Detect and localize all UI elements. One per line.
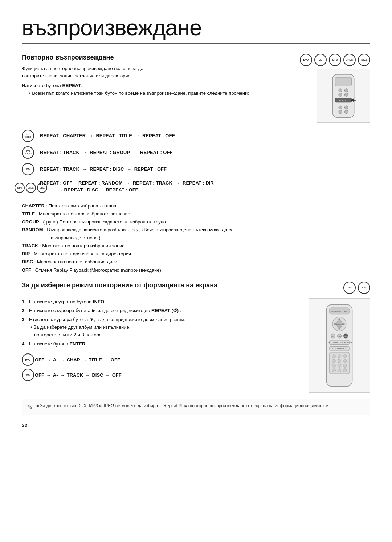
bottom-row-dvd: DVD OFF → A- → CHAP → TITLE → OFF — [22, 353, 301, 366]
step-1: 1. Натиснете двукратно бутона INFO. — [22, 298, 301, 306]
svg-point-42 — [343, 364, 347, 367]
repeat-row-icon-dvd-audio: DVDAUDIO — [22, 146, 40, 159]
section2-title: За да изберете режим повторение от форма… — [22, 282, 217, 289]
svg-text:ENTER: ENTER — [336, 323, 343, 325]
definitions: CHAPTER : Повтаря само избраната глава. … — [22, 202, 370, 274]
section2-steps: 1. Натиснете двукратно бутона INFO. 2. Н… — [22, 298, 301, 348]
disc-icon-mp3-seq: MP3 — [15, 183, 25, 193]
repeat-row-dvd-video: DVDVIDEO REPEAT : CHAPTER → REPEAT : TIT… — [22, 129, 370, 142]
section1-intro: Функцията за повторно възпроизвеждане по… — [22, 65, 300, 79]
step-2: 2. Натиснете с курсора бутона ▶, за да с… — [22, 307, 301, 315]
repeat-row-text-dvd-video: REPEAT : CHAPTER → REPEAT : TITLE → REPE… — [40, 132, 175, 140]
svg-point-41 — [338, 364, 341, 367]
repeat-row-mp3-jpeg-divx: MP3 JPEG DivX REPEAT : OFF →REPEAT : RAN… — [22, 179, 370, 196]
note-icon: ✎ — [27, 403, 33, 411]
disc-icon-dvd-s2: DVD — [343, 282, 356, 294]
disc-icon-jpeg-seq: JPEG — [26, 183, 36, 193]
repeat-row-text-cd: REPEAT : TRACK → REPEAT : DISC → REPEAT … — [40, 166, 167, 173]
svg-text:MENU   RETURN: MENU RETURN — [331, 310, 347, 312]
def-group: GROUP : (група) Повтаря възпроизвежданет… — [22, 218, 370, 226]
svg-point-10 — [339, 110, 342, 113]
section1-header: Повторно възпроизвеждане Функцията за по… — [22, 54, 370, 123]
disc-icon-cd: CD — [314, 54, 327, 66]
repeat-row-dvd-audio: DVDAUDIO REPEAT : TRACK → REPEAT : GROUP… — [22, 146, 370, 159]
page-main-title: възпроизвеждане — [22, 15, 370, 44]
def-random: RANDOM : Възпроизвежда записите в разбър… — [22, 226, 370, 234]
section2-header: За да изберете режим повторение от форма… — [22, 282, 370, 294]
bottom-row-text-cd: OFF → A- → TRACK → DISC → OFF — [35, 372, 122, 378]
disc-icons-top: DVD CD MP3 JPEG DivX — [300, 54, 370, 66]
def-title: TITLE : Многократно повтаря избраното за… — [22, 210, 370, 218]
svg-point-44 — [338, 368, 341, 372]
svg-point-8 — [339, 106, 342, 109]
svg-point-36 — [343, 354, 347, 357]
def-dir: DIR : Многократно повтаря избраната дире… — [22, 250, 370, 258]
def-disc: DISC : Многократно повтаря избрания диск… — [22, 258, 370, 266]
disc-icon-jpeg: JPEG — [343, 54, 356, 66]
svg-point-4 — [339, 93, 342, 96]
remote-image-2: MENU RETURN ENTER VOL CH I — [309, 298, 370, 393]
repeat-row-text-dvd-audio: REPEAT : TRACK → REPEAT : GROUP → REPEAT… — [40, 149, 172, 157]
section1-header-left: Повторно възпроизвеждане Функцията за по… — [22, 54, 300, 97]
repeat-sub-row-mp3: → REPEAT : DISC → REPEAT : OFF — [40, 187, 370, 193]
page-number: 32 — [22, 422, 370, 428]
section2-left: 1. Натиснете двукратно бутона INFO. 2. Н… — [22, 298, 301, 393]
svg-point-11 — [345, 110, 348, 113]
disc-icon-cd-bottom: CD — [22, 369, 34, 381]
def-off: OFF : Отменя Replay Playback (Многократн… — [22, 266, 370, 274]
section1-press: Натиснете бутона REPEAT. — [22, 83, 300, 88]
disc-icon-mp3: MP3 — [329, 54, 341, 66]
svg-point-38 — [338, 359, 341, 362]
disc-icon-cd-seq: CD — [22, 163, 34, 175]
bottom-sequences: DVD OFF → A- → CHAP → TITLE → OFF CD OFF… — [22, 353, 301, 381]
bottom-row-text-dvd: OFF → A- → CHAP → TITLE → OFF — [35, 357, 120, 363]
repeat-sequences: DVDVIDEO REPEAT : CHAPTER → REPEAT : TIT… — [22, 129, 370, 196]
svg-point-40 — [332, 364, 335, 367]
svg-rect-1 — [335, 77, 352, 86]
def-random-cont: възпроизведе отново.) — [22, 234, 370, 242]
section2-right: MENU RETURN ENTER VOL CH I — [309, 298, 370, 393]
section1-bullet: • Всеки път, когато натиснете този бутон… — [29, 90, 300, 97]
svg-point-35 — [338, 354, 341, 357]
disc-icon-divx: DivX — [358, 54, 370, 66]
svg-point-9 — [345, 106, 348, 109]
svg-point-2 — [339, 89, 342, 92]
repeat-row-icon-mp3-jpeg-divx: MP3 JPEG DivX — [22, 183, 40, 193]
disc-icon-dvdvideo: DVDVIDEO — [22, 130, 34, 142]
section2-content: 1. Натиснете двукратно бутона INFO. 2. Н… — [22, 298, 370, 393]
section2-disc-icons: DVD CD — [343, 282, 370, 294]
svg-point-34 — [332, 354, 335, 357]
svg-text:VOL: VOL — [331, 335, 335, 337]
svg-text:CH: CH — [338, 335, 341, 337]
svg-point-45 — [343, 368, 347, 372]
def-chapter: CHAPTER : Повтаря само избраната глава. — [22, 202, 370, 210]
svg-text:INFO: INFO — [344, 336, 348, 337]
section2: За да изберете режим повторение от форма… — [22, 282, 370, 393]
repeat-row-cd: CD REPEAT : TRACK → REPEAT : DISC → REPE… — [22, 163, 370, 176]
bottom-row-cd: CD OFF → A- → TRACK → DISC → OFF — [22, 369, 301, 381]
step-4: 4. Натиснете бутона ENTER. — [22, 340, 301, 348]
disc-icon-cd-s2: CD — [358, 282, 370, 294]
note-text: ■ За дискове от тип DivX, MP3 и JPEG не … — [36, 403, 330, 409]
bottom-row-icon-cd: CD — [22, 369, 35, 381]
svg-point-3 — [345, 89, 348, 92]
svg-point-5 — [345, 93, 348, 96]
repeat-row-icon-cd: CD — [22, 163, 40, 175]
section1-title: Повторно възпроизвеждане — [22, 54, 300, 61]
svg-point-43 — [332, 368, 335, 372]
svg-point-37 — [332, 359, 335, 362]
def-track: TRACK : Многократно повтаря избрания зап… — [22, 242, 370, 250]
note-box: ✎ ■ За дискове от тип DivX, MP3 и JPEG н… — [22, 399, 370, 415]
remote-image-1: REPEAT — [317, 69, 370, 123]
svg-text:REPEAT: REPEAT — [339, 100, 348, 102]
disc-icon-dvd: DVD — [300, 54, 312, 66]
disc-icon-dvd-bottom: DVD — [22, 353, 34, 366]
section1-right: DVD CD MP3 JPEG DivX REPEAT — [300, 54, 370, 123]
repeat-row-icon-dvd-video: DVDVIDEO — [22, 130, 40, 142]
svg-point-39 — [343, 359, 347, 362]
svg-text:SOUND   MOOT: SOUND MOOT — [332, 347, 347, 349]
bottom-row-icon-dvd: DVD — [22, 353, 35, 366]
svg-text:DISC   SLOW   ZOOM   INFO: DISC SLOW ZOOM INFO — [327, 341, 352, 344]
repeat-row-text-mp3-jpeg-divx: REPEAT : OFF →REPEAT : RANDOM → REPEAT :… — [40, 179, 370, 196]
disc-icon-dvdaudio: DVDAUDIO — [22, 146, 34, 159]
